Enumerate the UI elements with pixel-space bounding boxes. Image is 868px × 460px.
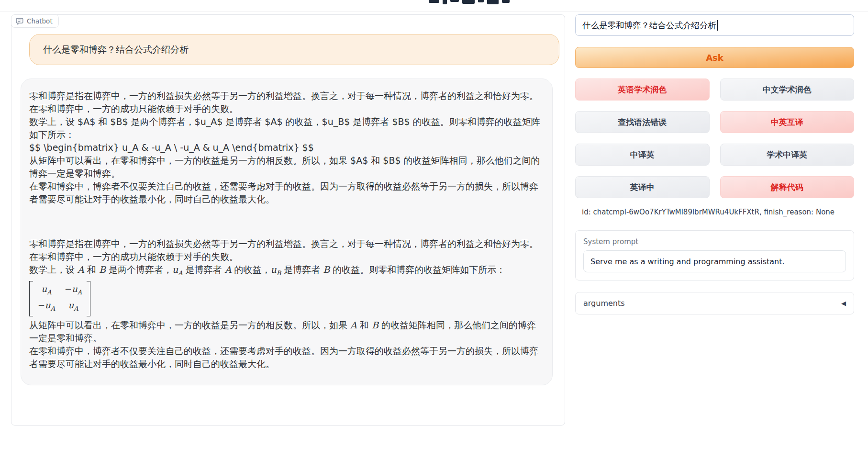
- bot-message-paragraph-math: 从矩阵中可以看出，在零和博弈中，一方的收益是另一方的相反数。所以，如果 A 和 …: [29, 319, 541, 345]
- function-button-grid: 英语学术润色中文学术润色查找语法错误中英互译中译英学术中译英英译中解释代码: [575, 79, 854, 198]
- arguments-accordion-label: arguments: [583, 299, 625, 308]
- matrix-cell: uA: [38, 282, 55, 299]
- function-button-7[interactable]: 解释代码: [720, 176, 855, 198]
- bot-message-paragraph: 零和博弈是指在博弈中，一方的利益损失必然等于另一方的利益增益。换言之，对于每一种…: [29, 90, 541, 206]
- matrix-cell: −uA: [65, 282, 82, 299]
- status-line: id: chatcmpl-6wOo7KrYTwMl89lbrMWRu4UkFFX…: [575, 208, 854, 216]
- ask-button[interactable]: Ask: [575, 47, 854, 68]
- function-button-6[interactable]: 英译中: [575, 176, 710, 198]
- bot-message-paragraph: 零和博弈是指在博弈中，一方的利益损失必然等于另一方的利益增益。换言之，对于每一种…: [29, 237, 541, 263]
- function-button-2[interactable]: 查找语法错误: [575, 111, 710, 133]
- app-page: Chatbot 什么是零和博弈？结合公式介绍分析 零和博弈是指在博弈中，一方的利…: [0, 0, 868, 460]
- control-column: 什么是零和博弈？结合公式介绍分析 Ask 英语学术润色中文学术润色查找语法错误中…: [575, 14, 854, 426]
- accordion-collapsed-icon: ◀: [841, 300, 846, 307]
- top-divider: [0, 11, 868, 12]
- function-button-5[interactable]: 学术中译英: [720, 144, 855, 166]
- function-button-0[interactable]: 英语学术润色: [575, 79, 710, 101]
- chatbot-panel: Chatbot 什么是零和博弈？结合公式介绍分析 零和博弈是指在博弈中，一方的利…: [11, 14, 565, 426]
- system-prompt-input[interactable]: Serve me as a writing and programming as…: [583, 250, 846, 272]
- question-input-value: 什么是零和博弈？结合公式介绍分析: [582, 20, 716, 31]
- main-layout: Chatbot 什么是零和博弈？结合公式介绍分析 零和博弈是指在博弈中，一方的利…: [11, 14, 854, 426]
- matrix-cell: −uA: [38, 299, 55, 315]
- text-caret: [717, 20, 718, 31]
- bot-message-paragraph-math: 数学上，设 A 和 B 是两个博弈者，uA 是博弈者 A 的收益，uB 是博弈者…: [29, 263, 541, 280]
- function-button-3[interactable]: 中英互译: [720, 111, 855, 133]
- arguments-accordion[interactable]: arguments ◀: [575, 292, 854, 314]
- paragraph-spacer: [29, 206, 541, 237]
- bot-message-paragraph: 在零和博弈中，博弈者不仅要关注自己的收益，还需要考虑对手的收益。因为一方取得的收…: [29, 345, 541, 370]
- question-input[interactable]: 什么是零和博弈？结合公式介绍分析: [575, 14, 854, 36]
- payoff-matrix: uA−uA−uAuA: [29, 281, 541, 316]
- function-button-4[interactable]: 中译英: [575, 144, 710, 166]
- bot-message-bubble[interactable]: 零和博弈是指在博弈中，一方的利益损失必然等于另一方的利益增益。换言之，对于每一种…: [21, 79, 553, 385]
- user-message-bubble[interactable]: 什么是零和博弈？结合公式介绍分析: [29, 34, 559, 65]
- system-prompt-label: System prompt: [583, 237, 846, 246]
- matrix-cell: uA: [65, 299, 82, 315]
- page-title-clipped: [429, 0, 510, 5]
- chatbot-label-text: Chatbot: [27, 17, 53, 25]
- function-button-1[interactable]: 中文学术润色: [720, 79, 855, 101]
- system-prompt-value: Serve me as a writing and programming as…: [590, 257, 785, 266]
- chat-bubble-icon: [16, 18, 23, 25]
- user-message-text: 什么是零和博弈？结合公式介绍分析: [43, 44, 189, 55]
- chatbot-column: Chatbot 什么是零和博弈？结合公式介绍分析 零和博弈是指在博弈中，一方的利…: [11, 14, 565, 426]
- chat-messages: 什么是零和博弈？结合公式介绍分析 零和博弈是指在博弈中，一方的利益损失必然等于另…: [11, 15, 565, 395]
- system-prompt-group: System prompt Serve me as a writing and …: [575, 230, 854, 280]
- chatbot-label: Chatbot: [11, 14, 59, 28]
